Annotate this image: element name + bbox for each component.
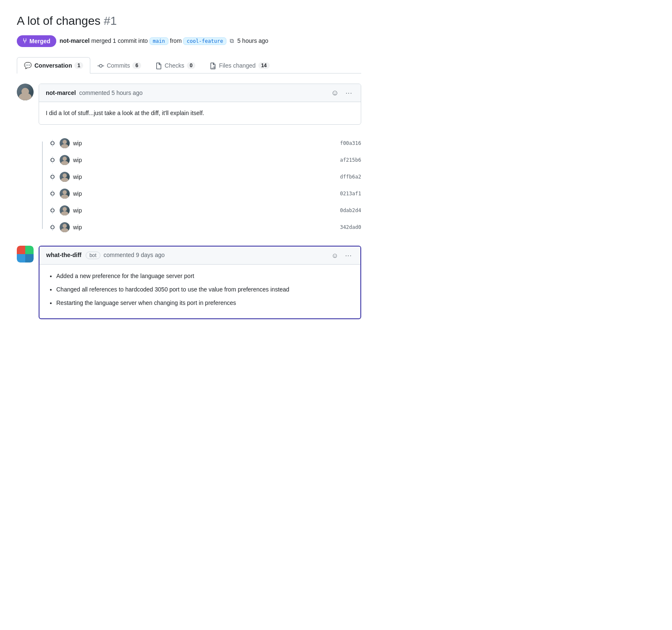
checks-label: Checks — [165, 62, 184, 69]
emoji-button[interactable]: ☺ — [329, 88, 340, 97]
app-icon-green — [25, 246, 34, 254]
tab-conversation[interactable]: 💬 Conversation 1 — [17, 57, 90, 74]
bot-comment-time: commented 9 days ago — [103, 252, 165, 258]
first-comment-box: not-marcel commented 5 hours ago ☺ ··· I… — [39, 84, 361, 125]
comment-author[interactable]: not-marcel — [46, 89, 76, 96]
commit-hash-4[interactable]: 0213af1 — [340, 191, 361, 197]
commit-label-4[interactable]: wip — [73, 190, 340, 197]
page-title: A lot of changes #1 — [17, 13, 361, 29]
svg-point-3 — [51, 158, 54, 162]
comment-body: I did a lot of stuff...just take a look … — [39, 102, 361, 124]
bot-comment-list: Added a new preference for the language … — [48, 271, 352, 308]
bot-list-item-3: Restarting the language server when chan… — [56, 298, 352, 308]
app-icon-red — [17, 246, 25, 254]
tabs-bar: 💬 Conversation 1 Commits 6 Checks 0 File… — [17, 57, 361, 74]
commit-label-2[interactable]: wip — [73, 157, 340, 163]
commit-label-6[interactable]: wip — [73, 224, 340, 231]
bot-avatar — [17, 246, 34, 262]
commit-hash-6[interactable]: 342dad0 — [340, 224, 361, 230]
svg-point-9 — [51, 192, 54, 195]
commit-hash-5[interactable]: 0dab2d4 — [340, 207, 361, 213]
commits-count: 6 — [132, 62, 141, 69]
commit-hash-1[interactable]: f00a316 — [340, 140, 361, 146]
ellipsis-icon: ··· — [346, 89, 352, 97]
commit-avatar-6 — [60, 222, 70, 232]
checks-icon — [155, 62, 162, 69]
checks-count: 0 — [187, 62, 196, 69]
bot-comment-header: what-the-diff bot commented 9 days ago ☺… — [39, 247, 360, 265]
bot-tag: bot — [86, 252, 100, 259]
commit-avatar-5 — [60, 205, 70, 215]
time-ago: 5 hours ago — [237, 37, 268, 44]
copy-icon[interactable]: ⧉ — [230, 37, 234, 45]
svg-point-15 — [51, 226, 54, 229]
app-icon-blue-dark — [25, 254, 34, 262]
commit-item-2: wip af215b6 — [49, 152, 361, 168]
commit-hash-3[interactable]: dffb6a2 — [340, 174, 361, 180]
bot-comment-actions: ☺ ··· — [330, 251, 354, 260]
pr-meta: ⑂ Merged not-marcel merged 1 commit into… — [17, 35, 361, 47]
bot-author[interactable]: what-the-diff — [46, 252, 81, 258]
tab-files-changed[interactable]: Files changed 14 — [202, 57, 277, 74]
svg-point-12 — [51, 209, 54, 212]
bot-comment-section: what-the-diff bot commented 9 days ago ☺… — [17, 246, 361, 319]
commit-item-5: wip 0dab2d4 — [49, 202, 361, 219]
merge-icon: ⑂ — [23, 37, 27, 45]
files-changed-label: Files changed — [219, 62, 255, 69]
avatar-face — [17, 84, 34, 100]
comment-actions: ☺ ··· — [329, 88, 354, 97]
tab-checks[interactable]: Checks 0 — [148, 57, 202, 74]
commit-avatar-1 — [60, 138, 70, 148]
commit-item-1: wip f00a316 — [49, 135, 361, 152]
commit-avatar-4 — [60, 189, 70, 199]
app-icon-blue-light — [17, 254, 25, 262]
commit-item-3: wip dffb6a2 — [49, 168, 361, 185]
commits-icon — [97, 62, 104, 69]
commit-timeline: wip f00a316 wip af215b6 wip dffb6a2 wip — [39, 135, 361, 236]
bot-emoji-button[interactable]: ☺ — [330, 251, 340, 260]
bot-comment-body: Added a new preference for the language … — [39, 265, 360, 318]
comment-time: commented 5 hours ago — [79, 89, 142, 96]
commit-timeline-section: wip f00a316 wip af215b6 wip dffb6a2 wip — [17, 135, 361, 236]
bot-app-icon — [17, 246, 34, 262]
files-changed-icon — [210, 62, 216, 69]
conversation-icon: 💬 — [24, 62, 32, 69]
author-avatar — [17, 84, 34, 100]
more-options-button[interactable]: ··· — [344, 88, 354, 97]
bot-ellipsis-icon: ··· — [345, 252, 352, 259]
commit-item-6: wip 342dad0 — [49, 219, 361, 236]
commit-hash-2[interactable]: af215b6 — [340, 157, 361, 163]
bot-author-time: what-the-diff bot commented 9 days ago — [46, 252, 165, 259]
branch-feature[interactable]: cool-feature — [183, 37, 226, 45]
bot-emoji-icon: ☺ — [331, 252, 338, 259]
svg-point-6 — [51, 175, 54, 178]
bot-comment-box: what-the-diff bot commented 9 days ago ☺… — [39, 246, 361, 319]
comment-text: I did a lot of stuff...just take a look … — [46, 109, 354, 118]
bot-list-item-2: Changed all references to hardcoded 3050… — [56, 285, 352, 295]
commit-label-1[interactable]: wip — [73, 140, 340, 147]
pr-number: #1 — [104, 14, 117, 27]
commit-avatar-2 — [60, 155, 70, 165]
bot-list-item-1: Added a new preference for the language … — [56, 271, 352, 281]
comment-header: not-marcel commented 5 hours ago ☺ ··· — [39, 84, 361, 102]
files-changed-count: 14 — [258, 62, 270, 69]
svg-point-0 — [51, 142, 54, 145]
pr-author[interactable]: not-marcel — [60, 37, 90, 44]
commit-label-5[interactable]: wip — [73, 207, 340, 214]
bot-more-options-button[interactable]: ··· — [344, 251, 354, 260]
commits-label: Commits — [107, 62, 130, 69]
commit-avatar-3 — [60, 172, 70, 182]
comment-author-time: not-marcel commented 5 hours ago — [46, 89, 142, 96]
commit-label-3[interactable]: wip — [73, 173, 340, 180]
emoji-icon: ☺ — [331, 89, 339, 97]
first-comment-section: not-marcel commented 5 hours ago ☺ ··· I… — [17, 84, 361, 125]
pr-title-text: A lot of changes — [17, 14, 100, 27]
timeline-line — [42, 142, 43, 229]
tab-commits[interactable]: Commits 6 — [90, 57, 148, 74]
merged-badge: ⑂ Merged — [17, 35, 56, 47]
commit-item-4: wip 0213af1 — [49, 185, 361, 202]
timeline-spacer — [17, 135, 34, 236]
branch-main[interactable]: main — [150, 37, 168, 45]
conversation-label: Conversation — [34, 62, 72, 69]
conversation-count: 1 — [74, 62, 83, 69]
